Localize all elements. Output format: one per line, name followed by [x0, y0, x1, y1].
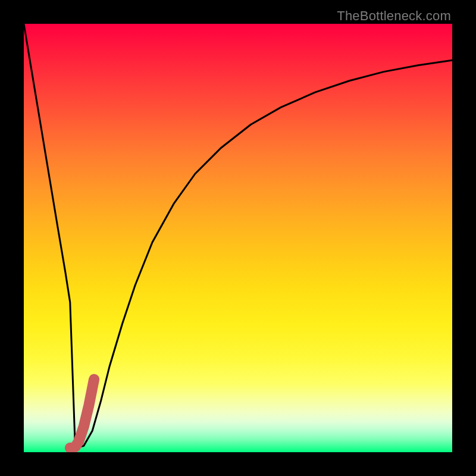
plot-area [24, 24, 452, 452]
watermark-label: TheBottleneck.com [337, 8, 451, 24]
curve-svg [24, 24, 452, 452]
chart-frame: TheBottleneck.com [0, 0, 476, 476]
